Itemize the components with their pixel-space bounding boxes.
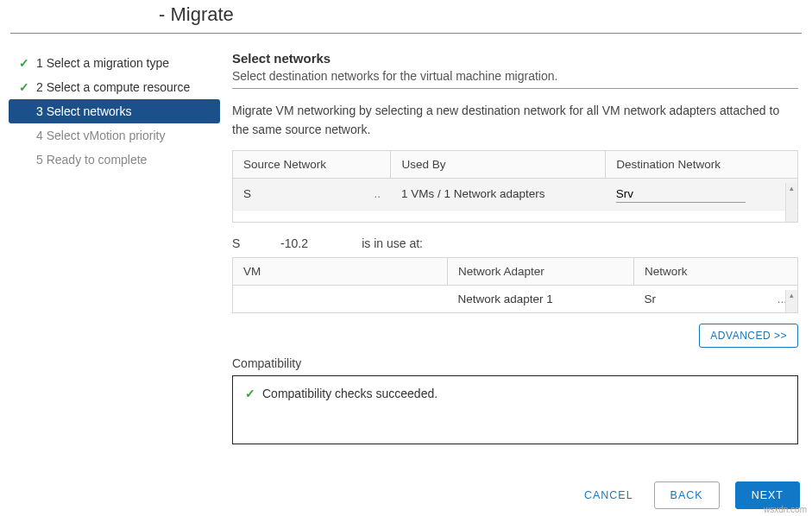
table-header-row: Source Network Used By Destination Netwo… (233, 150, 798, 178)
vm-table: VM Network Adapter Network Network adapt… (232, 257, 798, 313)
wizard-steps-sidebar: ✓ 1 Select a migration type ✓ 2 Select a… (9, 44, 220, 444)
cell-network: Sr ... (634, 285, 798, 312)
col-network-adapter[interactable]: Network Adapter (447, 257, 633, 285)
compatibility-title: Compatibility (232, 356, 798, 370)
check-icon: ✓ (245, 387, 255, 400)
col-network[interactable]: Network (634, 257, 798, 285)
scroll-up-icon[interactable]: ▴ (786, 290, 797, 300)
check-icon: ✓ (19, 80, 31, 94)
networks-table: Source Network Used By Destination Netwo… (232, 150, 798, 223)
scrollbar[interactable]: ▴ (785, 290, 797, 312)
step-label: 4 Select vMotion priority (36, 129, 165, 142)
step-label: 2 Select a compute resource (36, 80, 190, 94)
step-select-networks[interactable]: 3 Select networks (9, 99, 220, 123)
section-description: Migrate VM networking by selecting a new… (232, 101, 798, 140)
networks-table-wrap: Source Network Used By Destination Netwo… (232, 150, 798, 223)
watermark: wsxdn.com (764, 505, 807, 514)
col-vm[interactable]: VM (233, 257, 448, 285)
step-label: 3 Select networks (36, 104, 132, 118)
col-source-network[interactable]: Source Network (233, 150, 391, 178)
vm-table-wrap: VM Network Adapter Network Network adapt… (232, 257, 798, 313)
in-use-text: S -10.2 is in use at: (232, 236, 798, 250)
table-row[interactable]: Network adapter 1 Sr ... (233, 285, 798, 312)
scrollbar[interactable]: ▴ (785, 183, 797, 222)
col-destination-network[interactable]: Destination Network (606, 150, 798, 178)
scroll-up-icon[interactable]: ▴ (786, 183, 797, 193)
divider (232, 88, 798, 89)
check-icon: ✓ (19, 56, 31, 70)
cell-used-by: 1 VMs / 1 Network adapters (391, 178, 606, 210)
step-select-compute-resource[interactable]: ✓ 2 Select a compute resource (9, 75, 220, 99)
step-ready-to-complete[interactable]: 5 Ready to complete (9, 148, 220, 172)
cell-vm (233, 285, 448, 312)
compatibility-box: ✓ Compatibility checks succeeded. (232, 375, 798, 444)
section-subtitle: Select destination networks for the virt… (232, 69, 798, 83)
table-header-row: VM Network Adapter Network (233, 257, 798, 285)
step-label: 1 Select a migration type (36, 56, 169, 70)
step-select-vmotion-priority[interactable]: 4 Select vMotion priority (9, 123, 220, 148)
dialog-footer: CANCEL BACK NEXT (0, 481, 812, 509)
dialog-title: - Migrate (21, 3, 791, 26)
main-content: Select networks Select destination netwo… (220, 44, 803, 444)
destination-network-select[interactable] (616, 186, 746, 203)
dialog-header: - Migrate (10, 0, 802, 34)
cell-adapter: Network adapter 1 (447, 285, 633, 312)
step-select-migration-type[interactable]: ✓ 1 Select a migration type (9, 51, 220, 75)
step-label: 5 Ready to complete (36, 153, 147, 167)
back-button[interactable]: BACK (654, 481, 720, 509)
col-used-by[interactable]: Used By (391, 150, 606, 178)
table-row[interactable]: S .. 1 VMs / 1 Network adapters (233, 178, 798, 210)
section-title: Select networks (232, 51, 798, 66)
cell-source-network: S .. (233, 178, 391, 210)
table-padding-row (233, 210, 798, 222)
cell-destination-network (606, 178, 798, 210)
cancel-button[interactable]: CANCEL (579, 482, 639, 508)
advanced-button[interactable]: ADVANCED >> (699, 324, 798, 348)
compatibility-message: Compatibility checks succeeded. (262, 387, 437, 400)
